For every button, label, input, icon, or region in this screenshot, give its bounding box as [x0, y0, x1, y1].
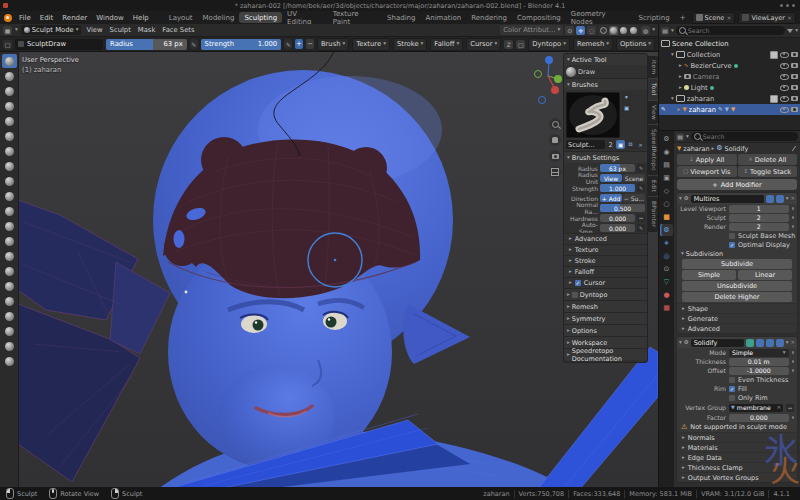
brush-preview-thumbnail[interactable]: [566, 92, 620, 138]
section-shape[interactable]: ▸Shape: [677, 303, 797, 313]
options-popover[interactable]: Options▾: [616, 38, 655, 51]
tool-snake-hook-icon[interactable]: [2, 309, 17, 323]
symmetry-toggle-icon[interactable]: ▢: [516, 40, 525, 49]
outliner-row-zaharan-object[interactable]: ✎ ▸ ▼ zaharan ✎ ▼ ▼: [659, 104, 800, 115]
extras-menu-icon[interactable]: ▾: [786, 196, 789, 202]
tool-thumb-icon[interactable]: [2, 324, 17, 338]
properties-tab-view-layer[interactable]: ▣: [660, 172, 673, 184]
hide-eye-icon[interactable]: [780, 74, 789, 80]
hardness-invert-icon[interactable]: ↔: [637, 214, 645, 222]
tab-animation[interactable]: Animation: [420, 12, 466, 23]
hide-eye-icon[interactable]: [780, 63, 789, 69]
factor-field[interactable]: 0.000: [729, 414, 789, 422]
menu-face-sets[interactable]: Face Sets: [160, 26, 196, 34]
hide-eye-icon[interactable]: [780, 107, 789, 113]
properties-tab-world[interactable]: ○: [660, 198, 673, 210]
texture-popover[interactable]: Texture▾: [352, 38, 390, 51]
radius-pressure-icon[interactable]: ✎: [190, 39, 198, 49]
tab-sculpting[interactable]: Sculpting: [239, 12, 282, 23]
color-attribute-selector[interactable]: Color Attribut... ▾: [500, 25, 563, 35]
properties-tab-object-data[interactable]: ▽: [660, 276, 673, 288]
properties-search-input[interactable]: Search: [691, 132, 798, 141]
invert-vertex-group-icon[interactable]: ↔: [786, 404, 794, 412]
sidebar-tab-edit[interactable]: Edit: [648, 176, 658, 196]
remesh-popover[interactable]: Remesh▾: [573, 38, 613, 51]
section-output-vertex-groups[interactable]: ▸Output Vertex Groups: [677, 472, 797, 482]
collection-checkbox[interactable]: [770, 95, 778, 103]
expand-icon[interactable]: ▾: [671, 96, 674, 102]
viewport-display-toggle[interactable]: [766, 195, 774, 203]
menu-help[interactable]: Help: [129, 14, 153, 22]
menu-render[interactable]: Render: [58, 14, 91, 22]
pan-icon[interactable]: [549, 134, 561, 146]
expand-icon[interactable]: ▸: [679, 74, 682, 80]
sculpt-base-mesh-checkbox[interactable]: [729, 233, 735, 239]
tool-pinch-icon[interactable]: [2, 264, 17, 278]
outliner-row-camera[interactable]: ▸ Camera: [659, 71, 800, 82]
solidify-name-field[interactable]: Solidify: [691, 339, 744, 347]
tool-clay-strips-icon[interactable]: [2, 99, 17, 113]
editor-type-icon[interactable]: ▦: [3, 26, 12, 35]
tool-scrape-icon[interactable]: [2, 234, 17, 248]
tool-pose-icon[interactable]: [2, 339, 17, 353]
unsubdivide-button[interactable]: Unsubdivide: [682, 281, 792, 291]
strength-pressure-icon[interactable]: ✎: [284, 39, 292, 49]
collection-checkbox[interactable]: [770, 51, 778, 59]
properties-tab-constraints[interactable]: ⊙: [660, 263, 673, 275]
edit-mode-toggle[interactable]: [746, 339, 754, 347]
active-brush-selector[interactable]: SculptDraw: [15, 39, 103, 50]
proportional-edit-icon[interactable]: ◌: [587, 26, 596, 35]
render-camera-icon[interactable]: [791, 96, 798, 101]
autosmooth-pressure-icon[interactable]: ✎: [637, 224, 645, 232]
section-advanced[interactable]: ▸Advanced: [564, 233, 647, 244]
section-speedretopo-docs[interactable]: ▸Speedretopo Documentation: [564, 348, 647, 360]
brush-subtract-icon[interactable]: −: [306, 39, 314, 49]
delete-all-button[interactable]: ×Delete All: [738, 154, 798, 165]
strength-pressure-icon[interactable]: ✎: [637, 184, 645, 192]
snap-toggle-icon[interactable]: ✛: [576, 26, 585, 35]
tab-compositing[interactable]: Compositing: [512, 12, 566, 23]
normal-radius-field[interactable]: 0.500: [600, 204, 645, 212]
clear-vertex-group-icon[interactable]: ×: [776, 405, 781, 411]
tool-elastic-deform-icon[interactable]: [2, 294, 17, 308]
filter-funnel-icon[interactable]: [787, 29, 793, 33]
sidebar-tab-item[interactable]: Item: [648, 56, 658, 78]
sculpt-levels-field[interactable]: 2: [729, 214, 789, 222]
viewport-canvas[interactable]: User Perspective (1) zaharan: [0, 52, 658, 487]
cursor-checkbox[interactable]: ✓: [575, 280, 581, 286]
levels-viewport-field[interactable]: 1: [729, 205, 789, 213]
tool-draw-icon[interactable]: [2, 54, 17, 68]
sidebar-tab-tool[interactable]: Tool: [648, 79, 658, 99]
window-controls[interactable]: [780, 4, 795, 7]
tab-modeling[interactable]: Modeling: [198, 12, 240, 23]
dyntopo-popover[interactable]: Dyntopo▾: [528, 38, 570, 51]
display-mode-caret-icon[interactable]: ▾: [671, 28, 674, 34]
radius-pressure-icon[interactable]: ✎: [637, 164, 645, 172]
tool-crease-icon[interactable]: [2, 174, 17, 188]
properties-tab-object[interactable]: ■: [660, 211, 673, 223]
sidebar-tab-speedretopo[interactable]: SpeedRetopo: [648, 125, 658, 175]
stroke-popover[interactable]: Stroke▾: [393, 38, 427, 51]
shading-solid-icon[interactable]: [609, 26, 618, 35]
shading-wireframe-icon[interactable]: [599, 26, 608, 35]
tool-draw-sharp-icon[interactable]: [2, 69, 17, 83]
optimal-display-checkbox[interactable]: ✓: [729, 242, 735, 248]
render-camera-icon[interactable]: [791, 52, 798, 57]
outliner-row-light[interactable]: ▸ Light: [659, 82, 800, 93]
multires-name-field[interactable]: Multires: [691, 195, 764, 203]
brush-settings-header[interactable]: ▾ Brush Settings: [564, 151, 647, 163]
active-tool-row[interactable]: Draw: [564, 65, 647, 78]
properties-tab-modifiers[interactable]: ⚙: [660, 224, 673, 236]
menu-edit[interactable]: Edit: [36, 14, 58, 22]
realtime-toggle[interactable]: [756, 339, 764, 347]
fake-user-shield-icon[interactable]: ▣: [616, 140, 625, 149]
toggle-stack-button[interactable]: ↕Toggle Stack: [738, 166, 798, 177]
linear-button[interactable]: Linear: [738, 270, 792, 280]
mode-selector[interactable]: Sculpt Mode ▾: [21, 25, 82, 35]
properties-tab-output[interactable]: ▤: [660, 159, 673, 171]
section-symmetry[interactable]: ▸Symmetry: [564, 312, 647, 324]
hide-eye-icon[interactable]: [780, 52, 789, 58]
render-display-toggle[interactable]: [776, 195, 784, 203]
view-layer-selector[interactable]: ViewLayer ×: [738, 12, 796, 24]
active-tool-header[interactable]: ▾ Active Tool: [564, 54, 647, 65]
